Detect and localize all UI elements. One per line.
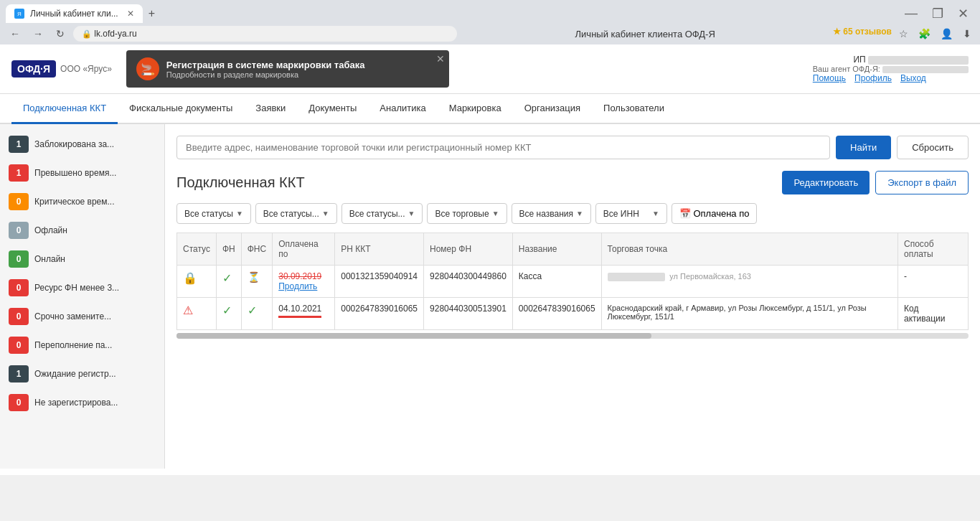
calendar-button[interactable]: 📅 Оплачена по <box>672 203 758 224</box>
cell-fn-1: ✓ <box>216 266 241 298</box>
col-status: Статус <box>177 233 217 266</box>
sidebar-item-pending[interactable]: 1 Ожидание регистр... <box>0 360 164 388</box>
bookmark-button[interactable]: ☆ <box>896 27 911 41</box>
col-fn: ФН <box>216 233 241 266</box>
banner-text: Регистрация в системе маркировки табака … <box>166 60 365 79</box>
main-layout: 1 Заблокирована за... 1 Превышено время.… <box>0 124 980 469</box>
reload-button[interactable]: ↻ <box>52 27 69 41</box>
sidebar-badge-blocked: 1 <box>9 136 29 153</box>
tab-analytics[interactable]: Аналитика <box>368 94 437 124</box>
tab-marking[interactable]: Маркировка <box>438 94 513 124</box>
sidebar-item-online[interactable]: 0 Онлайн <box>0 245 164 273</box>
cell-status-2: ⚠ <box>177 298 217 330</box>
sidebar-item-urgent[interactable]: 0 Срочно замените... <box>0 302 164 331</box>
banner-close-btn[interactable]: ✕ <box>436 53 445 65</box>
tab-users[interactable]: Пользователи <box>592 94 676 124</box>
search-row: Найти Сбросить <box>176 136 969 159</box>
tab-docs[interactable]: Документы <box>297 94 368 124</box>
filters: Все статусы ▼ Все статусы... ▼ Все стату… <box>176 203 969 224</box>
sidebar-label-unregistered: Не зарегистрирова... <box>34 398 118 408</box>
sidebar-item-blocked[interactable]: 1 Заблокирована за... <box>0 130 164 159</box>
window-controls: — ❐ ✕ <box>899 4 974 23</box>
tab-kkt[interactable]: Подключенная ККТ <box>11 94 118 124</box>
cell-address-2: Краснодарский край, г Армавир, ул Розы Л… <box>601 298 897 330</box>
chevron-down-icon: ▼ <box>492 210 499 217</box>
tab-org[interactable]: Организация <box>513 94 592 124</box>
help-link[interactable]: Помощь <box>813 73 846 83</box>
sidebar-label-pending: Ожидание регистр... <box>34 369 116 379</box>
cell-rn-1: 0001321359040914 <box>335 266 424 298</box>
lock-icon: 🔒 <box>183 272 197 284</box>
download-button[interactable]: ⬇ <box>960 27 974 41</box>
tab-orders[interactable]: Заявки <box>244 94 297 124</box>
logout-link[interactable]: Выход <box>900 73 926 83</box>
sidebar-badge-online: 0 <box>9 250 29 268</box>
sidebar-label-online: Онлайн <box>34 254 65 264</box>
address-street-1: ул Первомайская, 163 <box>669 272 751 281</box>
cell-fn-2: ✓ <box>216 298 241 330</box>
browser-chrome: Я Личный кабинет кли... ✕ + — ❐ ✕ ← → ↻ … <box>0 0 980 44</box>
sidebar-item-resource[interactable]: 0 Ресурс ФН менее 3... <box>0 273 164 302</box>
sidebar-item-unregistered[interactable]: 0 Не зарегистрирова... <box>0 388 164 417</box>
sidebar-badge-unregistered: 0 <box>9 394 29 411</box>
cell-payment-2: Код активации <box>897 298 968 330</box>
tab-label: Личный кабинет кли... <box>30 9 118 19</box>
profile-button[interactable]: 👤 <box>938 27 956 41</box>
cell-name-1: Касса <box>512 266 601 298</box>
filter-trade[interactable]: Все торговые ▼ <box>427 203 507 224</box>
filter-status3[interactable]: Все статусы... ▼ <box>341 203 423 224</box>
page-title-center: Личный кабинет клиента ОФД-Я <box>461 29 828 39</box>
sidebar-badge-offline: 0 <box>9 222 29 239</box>
filter-inn[interactable]: Все ИНН ▼ <box>595 203 667 224</box>
sidebar-label-resource: Ресурс ФН менее 3... <box>34 283 119 293</box>
sidebar-item-offline[interactable]: 0 Офлайн <box>0 216 164 245</box>
edit-button[interactable]: Редактировать <box>782 171 870 194</box>
horizontal-scrollbar[interactable] <box>176 333 969 339</box>
reviews-label[interactable]: ★ 65 отзывов <box>833 27 892 41</box>
sidebar: 1 Заблокирована за... 1 Превышено время.… <box>0 124 165 469</box>
tab-close-btn[interactable]: ✕ <box>127 9 134 19</box>
sidebar-item-overtime[interactable]: 1 Превышено время... <box>0 159 164 187</box>
active-tab[interactable]: Я Личный кабинет кли... ✕ <box>6 4 143 23</box>
agent-blurred <box>882 66 969 73</box>
check-icon: ✓ <box>222 272 232 284</box>
sidebar-item-critical[interactable]: 0 Критическое врем... <box>0 187 164 216</box>
header-links: Помощь Профиль Выход <box>813 73 969 83</box>
hourglass-icon: ⏳ <box>248 271 260 283</box>
profile-link[interactable]: Профиль <box>854 73 892 83</box>
filter-names[interactable]: Все названия ▼ <box>512 203 591 224</box>
col-paid: Оплачена по <box>273 233 335 266</box>
search-input[interactable] <box>176 136 830 159</box>
sidebar-label-critical: Критическое врем... <box>34 197 115 207</box>
filter-status1[interactable]: Все статусы ▼ <box>176 203 251 224</box>
window-restore-btn[interactable]: ❐ <box>926 4 949 23</box>
sidebar-label-blocked: Заблокирована за... <box>34 139 114 149</box>
kkt-table: Статус ФН ФНС Оплачена по РН ККТ Номер Ф… <box>176 233 969 330</box>
back-button[interactable]: ← <box>6 27 24 41</box>
warning-icon: ⚠ <box>183 304 193 316</box>
forward-button[interactable]: → <box>29 27 47 41</box>
window-close-btn[interactable]: ✕ <box>952 4 974 23</box>
sidebar-item-overflow[interactable]: 0 Переполнение па... <box>0 331 164 360</box>
sidebar-label-overflow: Переполнение па... <box>34 340 112 350</box>
check-icon: ✓ <box>222 304 232 316</box>
extend-link[interactable]: Продлить <box>278 281 329 291</box>
cell-fn-num-1: 9280440300449860 <box>424 266 513 298</box>
logo: ОФД·Я ООО «Ярус» <box>11 60 112 78</box>
cell-rn-2: 0002647839016065 <box>335 298 424 330</box>
banner: 🚬 Регистрация в системе маркировки табак… <box>126 50 449 88</box>
filter-status2[interactable]: Все статусы... ▼ <box>255 203 337 224</box>
reset-button[interactable]: Сбросить <box>897 136 969 159</box>
col-fns: ФНС <box>241 233 272 266</box>
tab-fiscal[interactable]: Фискальные документы <box>118 94 244 124</box>
window-min-btn[interactable]: — <box>899 4 923 23</box>
find-button[interactable]: Найти <box>836 136 891 159</box>
new-tab-button[interactable]: + <box>143 4 161 23</box>
logo-company: ООО «Ярус» <box>60 64 112 74</box>
extensions-button[interactable]: 🧩 <box>915 27 933 41</box>
tab-bar: Я Личный кабинет кли... ✕ + — ❐ ✕ <box>0 0 980 23</box>
address-input[interactable]: 🔒 lk.ofd-ya.ru <box>73 26 457 42</box>
browser-actions: ★ 65 отзывов ☆ 🧩 👤 ⬇ <box>833 27 974 41</box>
cell-paid-1: 30.09.2019 Продлить <box>273 266 335 298</box>
export-button[interactable]: Экспорт в файл <box>875 171 969 194</box>
